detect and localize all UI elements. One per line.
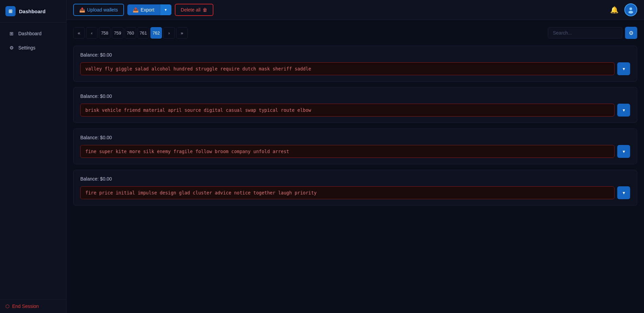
export-group: 📤 Export ▾ bbox=[127, 4, 171, 15]
search-input[interactable] bbox=[548, 27, 622, 39]
delete-all-button[interactable]: Delete all 🗑 bbox=[175, 4, 213, 16]
chevron-down-icon-3: ▾ bbox=[623, 190, 625, 195]
sidebar-item-settings[interactable]: ⚙ Settings bbox=[3, 41, 63, 55]
wallet-dropdown-0[interactable]: ▾ bbox=[617, 62, 630, 75]
chevron-down-icon-1: ▾ bbox=[623, 107, 625, 113]
content-area: « ‹ 758 759 760 761 762 › » ⚙ bbox=[66, 20, 644, 313]
wallet-card-3: Balance: $0.00 fire price initial impuls… bbox=[73, 170, 637, 206]
export-dropdown-button[interactable]: ▾ bbox=[160, 4, 171, 15]
wallet-balance-3: Balance: $0.00 bbox=[80, 176, 630, 182]
wallet-dropdown-1[interactable]: ▾ bbox=[617, 104, 630, 117]
first-page-button[interactable]: « bbox=[73, 27, 85, 39]
avatar[interactable] bbox=[624, 3, 637, 16]
wallet-phrase-0: valley fly giggle salad alcohol hundred … bbox=[80, 62, 615, 75]
search-button[interactable]: ⚙ bbox=[625, 27, 637, 39]
prev-page-button[interactable]: ‹ bbox=[86, 27, 98, 39]
chevron-down-icon: ▾ bbox=[165, 7, 167, 12]
upload-wallets-label: Upload wallets bbox=[87, 7, 118, 13]
wallet-phrase-2: fine super kite more silk enemy fragile … bbox=[80, 145, 615, 158]
wallet-balance-0: Balance: $0.00 bbox=[80, 52, 630, 58]
sidebar-item-dashboard[interactable]: ⊞ Dashboard bbox=[3, 27, 63, 40]
dashboard-icon: ⊞ bbox=[8, 30, 15, 37]
page-758[interactable]: 758 bbox=[99, 27, 110, 39]
end-session-icon: ⬡ bbox=[5, 304, 9, 309]
sidebar-nav: ⊞ Dashboard ⚙ Settings bbox=[0, 23, 66, 299]
wallet-card-0: Balance: $0.00 valley fly giggle salad a… bbox=[73, 46, 637, 82]
wallet-phrase-3: fire price initial impulse design glad c… bbox=[80, 186, 615, 199]
delete-label: Delete all bbox=[181, 7, 201, 13]
wallet-row-2: fine super kite more silk enemy fragile … bbox=[80, 145, 630, 158]
end-session-button[interactable]: ⬡ End Session bbox=[5, 304, 61, 309]
export-button[interactable]: 📤 Export bbox=[127, 4, 160, 15]
chevron-down-icon-2: ▾ bbox=[623, 149, 625, 154]
trash-icon: 🗑 bbox=[203, 7, 207, 13]
topbar: 📤 Upload wallets 📤 Export ▾ Delete all 🗑… bbox=[66, 0, 644, 20]
export-icon: 📤 bbox=[133, 7, 139, 13]
sidebar-logo-text: Dashboard bbox=[19, 8, 45, 14]
search-icon: ⚙ bbox=[629, 30, 633, 36]
upload-icon: 📤 bbox=[79, 7, 85, 13]
page-762[interactable]: 762 bbox=[150, 27, 162, 39]
sidebar-item-dashboard-label: Dashboard bbox=[18, 31, 42, 36]
chevron-down-icon-0: ▾ bbox=[623, 66, 625, 71]
end-session-label: End Session bbox=[12, 304, 39, 309]
sidebar-logo[interactable]: ⊞ Dashboard bbox=[0, 0, 66, 23]
settings-icon: ⚙ bbox=[8, 44, 15, 51]
sidebar: ⊞ Dashboard ⊞ Dashboard ⚙ Settings ⬡ End… bbox=[0, 0, 66, 313]
wallet-row-0: valley fly giggle salad alcohol hundred … bbox=[80, 62, 630, 75]
wallet-row-1: brisk vehicle friend material april sour… bbox=[80, 104, 630, 117]
wallet-row-3: fire price initial impulse design glad c… bbox=[80, 186, 630, 199]
sidebar-bottom: ⬡ End Session bbox=[0, 299, 66, 313]
wallet-balance-1: Balance: $0.00 bbox=[80, 93, 630, 99]
sidebar-item-settings-label: Settings bbox=[18, 45, 36, 50]
page-761[interactable]: 761 bbox=[138, 27, 149, 39]
main-content: 📤 Upload wallets 📤 Export ▾ Delete all 🗑… bbox=[66, 0, 644, 313]
export-label: Export bbox=[141, 7, 154, 13]
topbar-right: 🔔 bbox=[608, 3, 637, 16]
wallet-card-1: Balance: $0.00 brisk vehicle friend mate… bbox=[73, 87, 637, 123]
page-760[interactable]: 760 bbox=[125, 27, 136, 39]
wallet-phrase-1: brisk vehicle friend material april sour… bbox=[80, 104, 615, 117]
last-page-button[interactable]: » bbox=[176, 27, 188, 39]
wallet-card-2: Balance: $0.00 fine super kite more silk… bbox=[73, 128, 637, 164]
svg-point-1 bbox=[628, 11, 633, 14]
svg-point-0 bbox=[629, 7, 632, 10]
pagination-bar: « ‹ 758 759 760 761 762 › » ⚙ bbox=[73, 27, 637, 39]
search-area: ⚙ bbox=[548, 27, 637, 39]
logo-icon: ⊞ bbox=[5, 6, 16, 16]
wallet-dropdown-3[interactable]: ▾ bbox=[617, 186, 630, 199]
next-page-button[interactable]: › bbox=[163, 27, 175, 39]
wallet-dropdown-2[interactable]: ▾ bbox=[617, 145, 630, 158]
upload-wallets-button[interactable]: 📤 Upload wallets bbox=[73, 4, 124, 16]
notification-icon[interactable]: 🔔 bbox=[608, 4, 620, 16]
wallet-balance-2: Balance: $0.00 bbox=[80, 135, 630, 140]
page-759[interactable]: 759 bbox=[112, 27, 123, 39]
